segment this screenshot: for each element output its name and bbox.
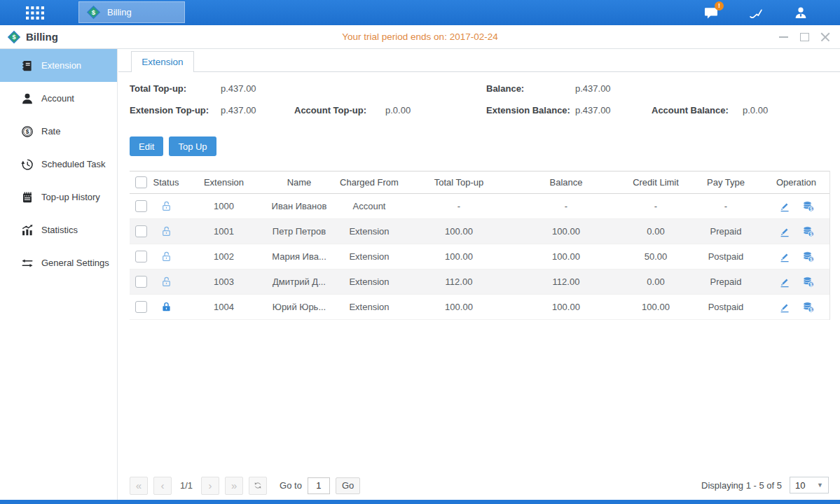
col-credit-limit: Credit Limit [622,177,689,188]
sidebar-item-statistics[interactable]: Statistics [0,214,117,246]
edit-icon[interactable] [778,225,791,238]
sidebar-item-rate[interactable]: Rate [0,115,117,148]
topup-icon[interactable] [802,276,815,288]
sidebar-item-general-settings[interactable]: General Settings [0,246,117,279]
row-checkbox[interactable] [135,301,147,313]
minimize-button[interactable] [777,31,790,43]
edit-icon[interactable] [778,276,791,288]
goto-page-input[interactable] [308,477,330,494]
edit-icon[interactable] [778,301,791,314]
cell-balance: 112.00 [510,276,622,287]
cell-name: Петр Петров [268,226,331,237]
col-name: Name [268,177,331,188]
cell-pay-type: Postpaid [689,251,762,262]
cell-extension: 1004 [180,302,268,312]
cell-total-topup: 112.00 [408,276,510,287]
page-size-select[interactable]: 10 ▼ [790,477,829,493]
refresh-button[interactable] [249,477,267,495]
topup-icon[interactable] [802,251,815,263]
edit-button[interactable]: Edit [130,136,163,156]
cell-charged-from: Extension [331,226,408,237]
lock-open-icon [160,276,172,288]
next-page-button[interactable]: › [201,477,219,495]
sidebar-item-scheduled-task[interactable]: Scheduled Task [0,148,117,181]
row-checkbox[interactable] [135,251,147,262]
cell-charged-from: Account [331,201,408,211]
refresh-icon [254,480,262,491]
cell-pay-type: - [689,201,762,211]
table-header: Status Extension Name Charged From Total… [130,171,829,194]
cell-total-topup: 100.00 [408,251,510,262]
row-checkbox[interactable] [135,200,147,212]
balance-value: p.437.00 [575,83,611,94]
close-icon [820,32,830,42]
row-checkbox[interactable] [135,225,147,237]
sidebar-item-account[interactable]: Account [0,82,117,115]
last-page-icon: » [231,480,237,491]
cell-balance: 100.00 [510,226,622,237]
taskbar-tab-billing[interactable]: Billing [78,1,185,23]
cell-total-topup: 100.00 [408,226,510,237]
close-button[interactable] [819,31,832,43]
lock-closed-icon [160,301,172,313]
last-page-button[interactable]: » [225,477,243,495]
first-page-button[interactable]: « [130,477,148,495]
table-row: 1003 Дмитрий Д... Extension 112.00 112.0… [130,270,829,295]
tab-extension[interactable]: Extension [131,51,194,72]
prev-page-button[interactable]: ‹ [153,477,172,495]
maximize-icon [800,33,809,41]
cell-extension: 1000 [180,201,268,211]
col-pay-type: Pay Type [689,177,762,188]
topup-icon[interactable] [802,200,815,213]
row-checkbox[interactable] [135,276,147,288]
general-settings-icon [21,257,34,270]
cell-pay-type: Postpaid [689,302,762,312]
extension-table: Status Extension Name Charged From Total… [130,171,830,320]
apps-grid-button[interactable] [15,0,55,25]
table-row: 1004 Юрий Юрь... Extension 100.00 100.00… [130,295,829,320]
cell-name: Иван Иванов [268,201,331,211]
window-controls [777,25,832,48]
pagination-bar: « ‹ 1/1 › » Go to Go Displaying 1 - 5 of… [130,476,829,495]
total-topup-value: p.437.00 [221,83,256,94]
page-indicator: 1/1 [180,480,193,491]
chevron-down-icon: ▼ [817,482,823,489]
edit-icon[interactable] [778,251,791,263]
cell-extension: 1001 [180,226,268,237]
table-row: 1002 Мария Ива... Extension 100.00 100.0… [130,244,829,270]
lock-open-icon [160,251,172,262]
cell-charged-from: Extension [331,251,408,262]
window-bottom-border [0,500,840,504]
billing-window: Billing ! Billing Your trial period ends… [0,0,840,504]
cell-name: Дмитрий Д... [268,276,331,287]
sidebar-item-extension[interactable]: Extension [0,49,117,82]
billing-app-icon [86,5,101,20]
maximize-button[interactable] [798,31,811,43]
cell-credit-limit: 0.00 [622,226,689,237]
toolbar: Edit Top Up [118,136,840,156]
col-charged-from: Charged From [331,177,408,188]
cell-charged-from: Extension [331,302,408,312]
topup-button[interactable]: Top Up [169,136,216,156]
account-balance-value: p.0.00 [743,105,768,115]
extension-balance-value: p.437.00 [575,105,611,115]
topup-icon[interactable] [802,301,815,314]
taskbar-tab-label: Billing [107,7,132,18]
go-button[interactable]: Go [336,477,360,494]
col-status: Status [152,177,180,188]
total-topup-label: Total Top-up: [130,83,186,94]
reports-button[interactable] [745,1,767,24]
page-size-value: 10 [795,480,805,491]
edit-icon[interactable] [778,200,791,213]
sidebar-item-top-up-history[interactable]: Top-up History [0,181,117,214]
top-navigation-bar: Billing ! [0,0,840,25]
messages-button[interactable]: ! [700,1,722,24]
topup-icon[interactable] [802,225,815,238]
cell-balance: 100.00 [510,251,622,262]
window-titlebar: Billing Your trial period ends on: 2017-… [0,25,840,49]
select-all-checkbox[interactable] [135,176,147,188]
account-icon [21,92,34,105]
user-menu-button[interactable] [790,1,812,24]
extension-balance-label: Extension Balance: [486,105,570,115]
col-extension: Extension [180,177,268,188]
